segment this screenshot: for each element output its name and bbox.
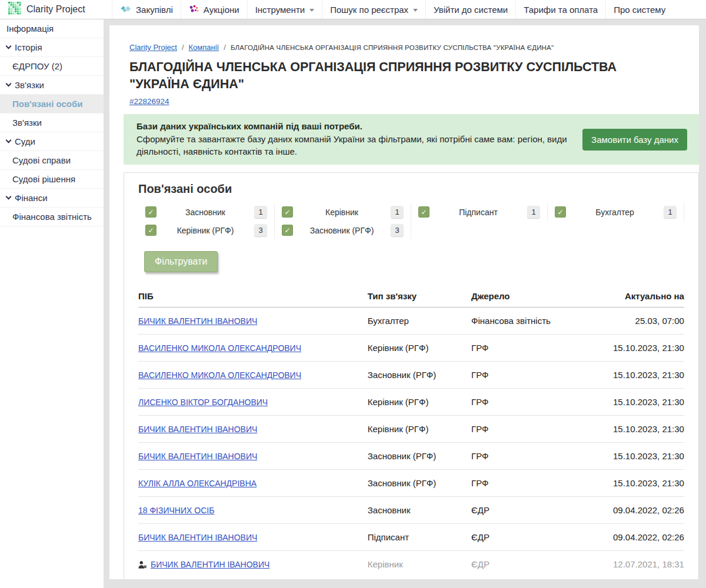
sidebar-item-10[interactable]: Фінанси	[0, 189, 104, 208]
nav-item-label: Інструменти	[255, 5, 305, 15]
sidebar-item-8[interactable]: Судові справи	[0, 151, 104, 170]
breadcrumb-separator: /	[224, 43, 226, 52]
person-name-cell: 18 ФІЗИЧНИХ ОСІБ	[138, 506, 368, 515]
filter-item-5: ✓Керівник (РГФ)3	[138, 221, 275, 239]
nav-item-5[interactable]: Увійти до системи	[425, 0, 515, 19]
nav-item-6[interactable]: Тарифи та оплата	[515, 0, 605, 19]
person-name-cell: КУЛІК АЛЛА ОЛЕКСАНДРІВНА	[138, 479, 368, 488]
table-row: ВАСИЛЕНКО МИКОЛА ОЛЕКСАНДРОВИЧЗасновник …	[138, 362, 684, 389]
table-row: БИЧИК ВАЛЕНТИН ІВАНОВИЧКерівникЄДР12.07.…	[138, 551, 684, 577]
person-name-link[interactable]: БИЧИК ВАЛЕНТИН ІВАНОВИЧ	[138, 425, 257, 434]
person-name-cell: БИЧИК ВАЛЕНТИН ІВАНОВИЧ	[138, 316, 368, 326]
source-cell: ЄДР	[471, 532, 581, 542]
nav-item-4[interactable]: Пошук по реєстрах	[322, 0, 425, 19]
table-header-row: ПІБТип зв'язкуДжерелоАктуально на	[138, 286, 684, 308]
sidebar: ІнформаціяІсторіяЄДРПОУ (2)Зв'язкиПов'яз…	[0, 19, 104, 588]
brand-home-link[interactable]: Clarity Project	[0, 0, 112, 19]
table-row: БИЧИК ВАЛЕНТИН ІВАНОВИЧБухгалтерФінансов…	[138, 308, 684, 335]
person-name-link[interactable]: ВАСИЛЕНКО МИКОЛА ОЛЕКСАНДРОВИЧ	[138, 370, 301, 380]
sidebar-item-6[interactable]: Зв'язки	[0, 113, 104, 132]
filter-checkbox[interactable]: ✓	[418, 206, 429, 218]
sidebar-item-3[interactable]: ЄДРПОУ (2)	[0, 57, 104, 76]
person-name-link[interactable]: 18 ФІЗИЧНИХ ОСІБ	[138, 506, 214, 515]
person-name-cell: ЛИСЕНКО ВІКТОР БОГДАНОВИЧ	[138, 397, 368, 407]
filter-checkbox[interactable]: ✓	[555, 206, 566, 218]
banner-texts: Бази даних українських компаній під ваші…	[136, 121, 568, 158]
sidebar-item-9[interactable]: Судові рішення	[0, 170, 104, 189]
nav-item-7[interactable]: Про систему	[605, 0, 673, 19]
sidebar-item-4[interactable]: Зв'язки	[0, 76, 104, 95]
person-name-link[interactable]: КУЛІК АЛЛА ОЛЕКСАНДРІВНА	[138, 479, 257, 488]
person-name-cell: ВАСИЛЕНКО МИКОЛА ОЛЕКСАНДРОВИЧ	[138, 343, 368, 353]
person-name-link[interactable]: БИЧИК ВАЛЕНТИН ІВАНОВИЧ	[138, 316, 257, 326]
relation-type-cell: Керівник (РГФ)	[368, 397, 471, 407]
filter-label: Керівник	[293, 208, 391, 217]
breadcrumb: Clarity Project/Компанії/БЛАГОДІЙНА ЧЛЕН…	[129, 43, 699, 52]
column-header: Тип зв'язку	[368, 291, 471, 301]
order-database-button[interactable]: Замовити базу даних	[582, 129, 687, 151]
filter-checkbox[interactable]: ✓	[282, 225, 293, 236]
filter-item-4: ✓Бухгалтер1	[548, 203, 684, 221]
table-row: КУЛІК АЛЛА ОЛЕКСАНДРІВНАЗасновник (РГФ)Г…	[138, 470, 684, 497]
person-name-cell: ВАСИЛЕНКО МИКОЛА ОЛЕКСАНДРОВИЧ	[138, 370, 368, 380]
person-name-cell: БИЧИК ВАЛЕНТИН ІВАНОВИЧ	[138, 452, 368, 461]
relation-type-cell: Засновник (РГФ)	[368, 451, 471, 461]
filter-checkbox[interactable]: ✓	[145, 225, 156, 236]
source-cell: ГРФ	[471, 370, 581, 380]
actual-date-cell: 15.10.2023, 21:30	[581, 478, 684, 488]
nav-item-3[interactable]: Інструменти	[247, 0, 322, 19]
filter-label: Засновник	[156, 208, 254, 217]
table-row: БИЧИК ВАЛЕНТИН ІВАНОВИЧПідписантЄДР09.04…	[138, 524, 684, 551]
company-id-link[interactable]: #22826924	[129, 97, 169, 106]
relation-type-cell: Засновник (РГФ)	[368, 370, 471, 380]
person-removed-icon	[138, 561, 147, 569]
filter-item-3: ✓Підписант1	[411, 203, 548, 221]
relation-type-cell: Керівник	[368, 559, 471, 569]
chevron-down-icon	[6, 194, 12, 200]
breadcrumb-link[interactable]: Clarity Project	[129, 43, 177, 52]
source-cell: ЄДР	[471, 559, 581, 569]
person-name-link[interactable]: ЛИСЕНКО ВІКТОР БОГДАНОВИЧ	[138, 397, 268, 407]
chevron-down-icon	[6, 81, 12, 87]
filter-checkbox[interactable]: ✓	[145, 206, 156, 218]
nav-item-1[interactable]: Закупівлі	[112, 0, 181, 19]
sidebar-item-11[interactable]: Фінансова звітність	[0, 208, 104, 226]
actual-date-cell: 09.04.2022, 02:26	[581, 532, 684, 542]
filter-item-1: ✓Засновник1	[138, 203, 275, 221]
relation-type-cell: Керівник (РГФ)	[368, 343, 471, 353]
breadcrumb-link[interactable]: Компанії	[189, 43, 219, 52]
source-cell: ГРФ	[471, 478, 581, 488]
top-nav: Clarity Project ЗакупівліАукціониІнструм…	[0, 0, 706, 19]
relation-type-cell: Керівник (РГФ)	[368, 424, 471, 434]
column-header: Джерело	[471, 291, 581, 301]
related-persons-heading: Пов'язані особи	[138, 182, 684, 196]
breadcrumb-separator: /	[182, 43, 184, 52]
person-name-cell: БИЧИК ВАЛЕНТИН ІВАНОВИЧ	[138, 560, 368, 569]
table-row: 18 ФІЗИЧНИХ ОСІБЗасновникЄДР09.04.2022, …	[138, 497, 684, 524]
filter-item-6: ✓Засновник (РГФ)3	[275, 221, 411, 239]
filter-checkbox[interactable]: ✓	[282, 206, 293, 218]
person-name-cell: БИЧИК ВАЛЕНТИН ІВАНОВИЧ	[138, 533, 368, 542]
filter-button[interactable]: Фільтрувати	[144, 251, 218, 272]
source-cell: ГРФ	[471, 451, 581, 461]
table-row: БИЧИК ВАЛЕНТИН ІВАНОВИЧКерівник (РГФ)ГРФ…	[138, 416, 684, 443]
nav-item-2[interactable]: Аукціони	[181, 0, 247, 19]
sidebar-item-5[interactable]: Пов'язані особи	[0, 95, 104, 113]
person-name-link[interactable]: БИЧИК ВАЛЕНТИН ІВАНОВИЧ	[138, 533, 257, 542]
filter-label: Бухгалтер	[566, 208, 664, 217]
person-name-link[interactable]: БИЧИК ВАЛЕНТИН ІВАНОВИЧ	[151, 560, 269, 569]
sidebar-item-1[interactable]: Інформація	[0, 19, 104, 38]
related-persons-table: ПІБТип зв'язкуДжерелоАктуально на БИЧИК …	[138, 286, 684, 577]
person-name-link[interactable]: БИЧИК ВАЛЕНТИН ІВАНОВИЧ	[138, 452, 257, 461]
nav-item-label: Увійти до системи	[434, 5, 508, 15]
sidebar-item-2[interactable]: Історія	[0, 38, 104, 57]
filter-count-badge: 1	[664, 206, 677, 218]
actual-date-cell: 15.10.2023, 21:30	[581, 424, 684, 434]
table-row: ВАСИЛЕНКО МИКОЛА ОЛЕКСАНДРОВИЧКерівник (…	[138, 335, 684, 362]
database-promo-banner: Бази даних українських компаній під ваші…	[124, 114, 699, 165]
sidebar-item-7[interactable]: Суди	[0, 132, 104, 151]
person-name-link[interactable]: ВАСИЛЕНКО МИКОЛА ОЛЕКСАНДРОВИЧ	[138, 343, 301, 353]
brand-name: Clarity Project	[26, 4, 85, 15]
breadcrumb-current: БЛАГОДІЙНА ЧЛЕНСЬКА ОРГАНІЗАЦІЯ СПРИЯННЯ…	[231, 44, 554, 51]
filter-label: Засновник (РГФ)	[293, 226, 391, 235]
